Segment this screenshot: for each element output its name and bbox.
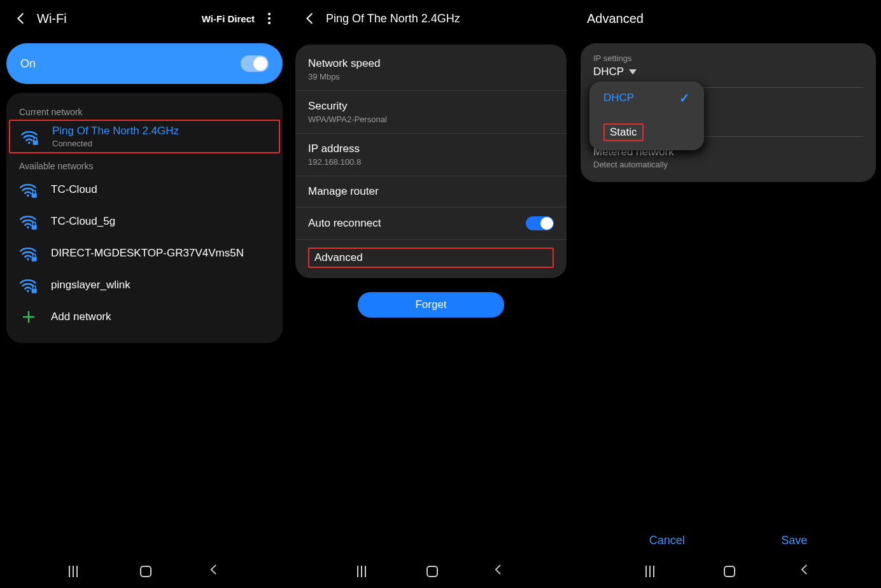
nav-recents-icon[interactable] [357, 566, 372, 577]
nav-recents-icon[interactable] [69, 566, 84, 577]
header: Advanced [575, 0, 881, 37]
nav-back-icon[interactable] [208, 563, 220, 580]
nav-home-icon[interactable] [140, 566, 152, 577]
plus-icon [19, 307, 38, 326]
back-icon[interactable] [303, 11, 317, 25]
wifi-signal-icon [19, 276, 38, 295]
network-name: TC-Cloud_5g [51, 215, 115, 228]
auto-reconnect-row[interactable]: Auto reconnect [295, 207, 567, 240]
network-status: Connected [52, 139, 179, 148]
ip-settings-dropdown: DHCP ✓ Static [589, 81, 704, 150]
network-detail-screen: Ping Of The North 2.4GHz Network speed 3… [292, 0, 570, 588]
network-name: TC-Cloud [51, 183, 97, 196]
wifi-signal-icon [19, 180, 38, 199]
detail-card: Network speed 39 Mbps Security WPA/WPA2-… [295, 45, 567, 278]
current-network-header: Current network [6, 99, 283, 120]
back-icon[interactable] [14, 11, 28, 25]
current-network-row[interactable]: Ping Of The North 2.4GHz Connected [9, 120, 280, 153]
ip-address-row: IP address 192.168.100.8 [295, 134, 567, 176]
wifi-signal-icon [19, 244, 38, 263]
available-network-row[interactable]: DIRECT-MGDESKTOP-GR37V4Vms5N [6, 237, 283, 269]
nav-back-icon[interactable] [798, 563, 811, 580]
network-name: pingslayer_wlink [51, 279, 130, 291]
dropdown-item-static[interactable]: Static [589, 115, 704, 150]
networks-card: Current network Ping Of The North 2.4GHz… [6, 93, 283, 343]
wifi-list-screen: Wi-Fi Wi-Fi Direct On Current network Pi… [3, 0, 286, 588]
ip-settings-label: IP settings [593, 53, 863, 63]
network-name: Ping Of The North 2.4GHz [52, 125, 179, 137]
cancel-button[interactable]: Cancel [649, 534, 685, 547]
wifi-signal-icon [20, 127, 39, 146]
nav-back-icon[interactable] [492, 563, 505, 580]
wifi-master-toggle[interactable]: On [6, 43, 283, 84]
advanced-row[interactable]: Advanced [295, 240, 567, 278]
android-navbar [575, 555, 881, 588]
page-title: Advanced [587, 11, 870, 26]
available-networks-header: Available networks [6, 153, 283, 174]
dialog-button-bar: Cancel Save [575, 534, 881, 547]
wifi-signal-icon [19, 212, 38, 231]
manage-router-row[interactable]: Manage router [295, 176, 567, 207]
wifi-on-label: On [20, 57, 36, 71]
page-title: Wi-Fi [37, 11, 202, 26]
advanced-card: IP settings DHCP Metered network Detect … [581, 43, 876, 182]
available-network-row[interactable]: TC-Cloud [6, 174, 283, 206]
nav-home-icon[interactable] [426, 566, 438, 577]
save-button[interactable]: Save [781, 534, 807, 547]
network-speed-row: Network speed 39 Mbps [295, 48, 567, 91]
wifi-direct-link[interactable]: Wi-Fi Direct [202, 13, 255, 24]
available-network-row[interactable]: pingslayer_wlink [6, 269, 283, 301]
toggle-switch-icon[interactable] [526, 216, 554, 230]
forget-button[interactable]: Forget [358, 292, 504, 318]
android-navbar [3, 555, 286, 588]
header: Ping Of The North 2.4GHz [292, 0, 570, 37]
chevron-down-icon [629, 69, 637, 74]
ip-settings-select[interactable]: DHCP [593, 66, 863, 78]
page-title: Ping Of The North 2.4GHz [326, 12, 559, 25]
header: Wi-Fi Wi-Fi Direct [3, 0, 286, 37]
security-row: Security WPA/WPA2-Personal [295, 91, 567, 134]
add-network-row[interactable]: Add network [6, 301, 283, 333]
check-icon: ✓ [679, 90, 690, 106]
advanced-settings-screen: Advanced IP settings DHCP Metered networ… [575, 0, 881, 588]
nav-home-icon[interactable] [724, 566, 735, 577]
add-network-label: Add network [51, 311, 111, 323]
nav-recents-icon[interactable] [645, 566, 661, 577]
android-navbar [292, 555, 570, 588]
available-network-row[interactable]: TC-Cloud_5g [6, 206, 283, 237]
toggle-switch-icon [241, 55, 269, 72]
network-name: DIRECT-MGDESKTOP-GR37V4Vms5N [51, 247, 244, 260]
overflow-menu-icon[interactable] [264, 13, 275, 24]
dropdown-item-dhcp[interactable]: DHCP ✓ [589, 81, 704, 115]
